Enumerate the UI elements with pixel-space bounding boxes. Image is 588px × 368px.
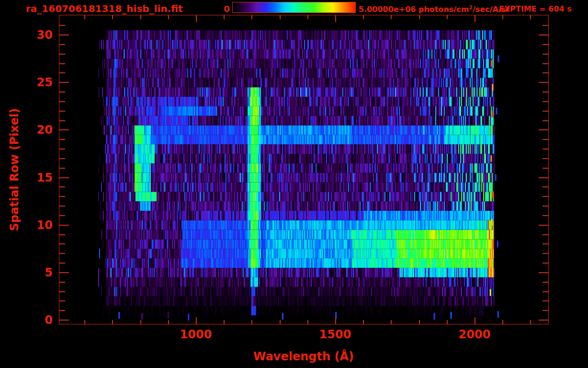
x-minor-tick	[112, 320, 113, 324]
y-minor-tick	[543, 263, 548, 264]
y-major-tick	[59, 225, 69, 226]
y-minor-tick	[59, 54, 65, 55]
x-minor-tick	[140, 320, 141, 324]
y-minor-tick	[543, 215, 548, 216]
y-minor-tick	[543, 243, 548, 244]
y-major-tick	[539, 272, 548, 273]
x-major-tick	[196, 317, 197, 324]
y-minor-tick	[59, 149, 65, 150]
y-major-tick	[539, 177, 548, 178]
y-minor-tick	[59, 120, 65, 121]
y-minor-tick	[543, 149, 548, 150]
y-minor-tick	[543, 158, 548, 159]
y-minor-tick	[59, 168, 65, 169]
y-minor-tick	[59, 196, 65, 197]
y-minor-tick	[543, 168, 548, 169]
x-minor-tick	[530, 320, 531, 324]
x-minor-tick	[224, 15, 225, 19]
colorbar-gradient	[232, 2, 356, 13]
y-minor-tick	[59, 139, 65, 140]
y-minor-tick	[59, 72, 65, 73]
y-major-tick	[539, 34, 548, 35]
x-minor-tick	[280, 15, 281, 19]
x-minor-tick	[502, 320, 503, 324]
colorbar-units-superscript: 2	[469, 4, 473, 11]
y-minor-tick	[543, 54, 548, 55]
x-minor-tick	[307, 15, 308, 19]
spectrogram-viewer-window: ra_160706181318_hisb_lin.fit 0 5.00000e+…	[0, 0, 588, 368]
y-minor-tick	[543, 196, 548, 197]
y-minor-tick	[59, 44, 65, 45]
spectrogram-canvas	[59, 15, 548, 324]
y-minor-tick	[59, 158, 65, 159]
y-major-tick	[59, 177, 69, 178]
y-minor-tick	[59, 111, 65, 112]
y-tick-label: 15	[28, 171, 53, 184]
y-major-tick	[539, 82, 548, 83]
x-major-tick	[196, 15, 197, 22]
x-minor-tick	[363, 15, 364, 19]
x-major-tick	[335, 15, 336, 22]
y-major-tick	[59, 82, 69, 83]
y-major-tick	[59, 272, 69, 273]
x-minor-tick	[112, 15, 113, 19]
y-minor-tick	[59, 186, 65, 187]
y-minor-tick	[543, 300, 548, 301]
x-major-tick	[335, 317, 336, 324]
colorbar-max-value: 5.00000e+06	[359, 5, 418, 14]
plot-frame	[59, 15, 549, 324]
y-minor-tick	[543, 63, 548, 64]
x-minor-tick	[363, 320, 364, 324]
y-minor-tick	[59, 243, 65, 244]
x-tick-label: 1000	[172, 328, 220, 341]
y-minor-tick	[543, 186, 548, 187]
y-minor-tick	[59, 291, 65, 292]
colorbar-max-label: 5.00000e+06 photons/cm2/sec/A/sr	[359, 4, 509, 14]
y-major-tick	[539, 320, 548, 321]
x-minor-tick	[447, 15, 448, 19]
y-minor-tick	[59, 206, 65, 207]
y-tick-label: 0	[28, 313, 53, 327]
y-minor-tick	[59, 101, 65, 102]
x-minor-tick	[391, 15, 392, 19]
y-minor-tick	[59, 263, 65, 264]
x-minor-tick	[224, 320, 225, 324]
x-minor-tick	[251, 320, 252, 324]
y-minor-tick	[59, 282, 65, 283]
x-minor-tick	[168, 320, 169, 324]
y-minor-tick	[59, 310, 65, 311]
y-minor-tick	[543, 72, 548, 73]
x-minor-tick	[447, 320, 448, 324]
exptime-label: EXPTIME = 604 s	[499, 4, 586, 13]
y-minor-tick	[543, 282, 548, 283]
x-minor-tick	[419, 320, 420, 324]
x-major-tick	[475, 317, 475, 324]
y-axis-title: Spatial Row (Pixel)	[8, 108, 21, 231]
y-tick-label: 20	[28, 123, 53, 137]
x-major-tick	[475, 15, 475, 22]
x-minor-tick	[168, 15, 169, 19]
y-minor-tick	[543, 92, 548, 92]
file-title: ra_160706181318_hisb_lin.fit	[26, 3, 183, 14]
y-minor-tick	[543, 206, 548, 207]
y-major-tick	[539, 129, 548, 130]
y-tick-label: 5	[28, 266, 53, 279]
y-minor-tick	[59, 300, 65, 301]
y-tick-label: 10	[28, 218, 53, 232]
x-minor-tick	[530, 15, 531, 19]
x-minor-tick	[84, 320, 85, 324]
x-minor-tick	[419, 15, 420, 19]
x-minor-tick	[140, 15, 141, 19]
y-major-tick	[59, 320, 69, 321]
x-minor-tick	[280, 320, 281, 324]
y-minor-tick	[543, 234, 548, 235]
x-minor-tick	[502, 15, 503, 19]
x-minor-tick	[251, 15, 252, 19]
x-minor-tick	[84, 15, 85, 19]
y-minor-tick	[543, 291, 548, 292]
y-minor-tick	[59, 63, 65, 64]
y-minor-tick	[59, 25, 65, 26]
y-minor-tick	[59, 234, 65, 235]
y-tick-label: 25	[28, 76, 53, 89]
x-tick-label: 1500	[311, 328, 359, 341]
